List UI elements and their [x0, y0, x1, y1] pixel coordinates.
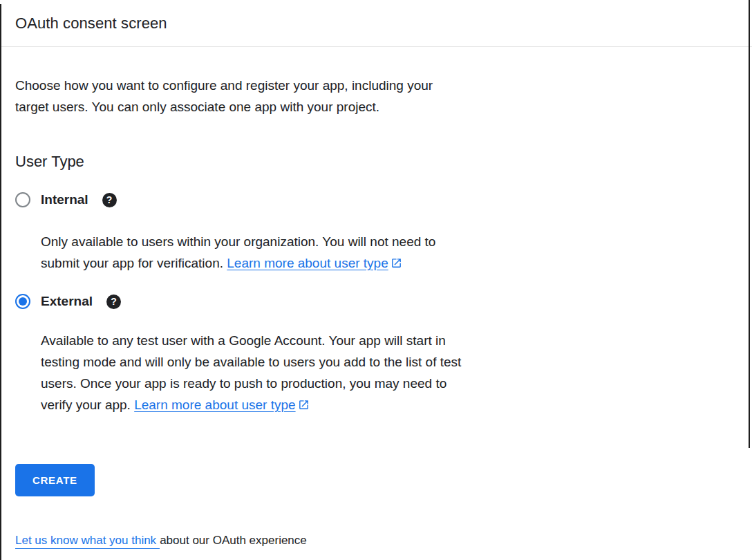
footer-text: about our OAuth experience	[160, 534, 307, 547]
internal-description: Only available to users within your orga…	[41, 231, 737, 274]
window-frame-right	[749, 0, 750, 448]
window-frame-left	[0, 4, 1, 560]
help-icon[interactable]: ?	[102, 193, 117, 207]
footer: Let us know what you thinkabout our OAut…	[15, 534, 752, 548]
internal-description-line-2: submit your app for verification. Learn …	[41, 252, 737, 274]
radio-internal[interactable]	[15, 192, 30, 207]
intro-line-2: target users. You can only associate one…	[15, 96, 737, 118]
page-header: OAuth consent screen	[0, 0, 752, 47]
help-icon-glyph: ?	[106, 194, 113, 205]
external-description-line-3: users. Once your app is ready to push to…	[41, 373, 737, 394]
external-description-line-4-text: verify your app.	[41, 398, 134, 412]
external-description-line-2: testing mode and will only be available …	[41, 351, 737, 373]
external-description: Available to any test user with a Google…	[41, 330, 737, 416]
intro-paragraph: Choose how you want to configure and reg…	[15, 75, 737, 118]
user-type-option-internal[interactable]: Internal ?	[15, 189, 737, 210]
learn-more-link-internal[interactable]: Learn more about user type	[227, 256, 388, 270]
internal-description-line-2-text: submit your app for verification.	[41, 256, 227, 270]
user-type-option-external[interactable]: External ?	[15, 291, 737, 312]
radio-external[interactable]	[15, 294, 30, 309]
external-description-line-4: verify your app. Learn more about user t…	[41, 394, 737, 416]
external-link-icon	[298, 399, 310, 411]
external-description-line-1: Available to any test user with a Google…	[41, 330, 737, 351]
radio-external-label[interactable]: External	[41, 294, 93, 309]
intro-line-1: Choose how you want to configure and reg…	[15, 75, 737, 96]
user-type-heading: User Type	[15, 153, 737, 171]
external-link-icon	[391, 257, 402, 269]
radio-internal-label[interactable]: Internal	[41, 192, 88, 207]
feedback-link[interactable]: Let us know what you think	[15, 534, 160, 549]
help-icon[interactable]: ?	[106, 295, 121, 309]
main-content: Choose how you want to configure and reg…	[0, 75, 752, 416]
page-title: OAuth consent screen	[15, 15, 167, 32]
help-icon-glyph: ?	[111, 296, 117, 307]
internal-description-line-1: Only available to users within your orga…	[41, 231, 737, 252]
create-button[interactable]: CREATE	[15, 464, 95, 496]
learn-more-link-external[interactable]: Learn more about user type	[134, 398, 295, 412]
